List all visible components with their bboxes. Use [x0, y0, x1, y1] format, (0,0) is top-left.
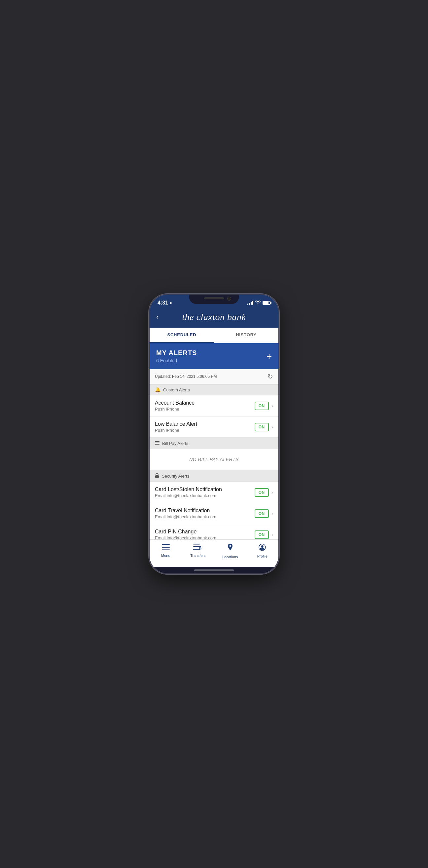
signal-bar-4 [252, 301, 253, 305]
location-arrow-icon: ➤ [170, 301, 173, 305]
svg-rect-5 [162, 544, 170, 545]
alert-sub: Email info@theclaxtonbank.com [155, 493, 222, 498]
on-badge: ON [255, 509, 269, 518]
alerts-title: MY ALERTS [156, 349, 197, 357]
alert-item-account-balance[interactable]: Account Balance Push iPhone ON › [150, 395, 278, 416]
section-header-billpay: Bill Pay Alerts [150, 438, 278, 449]
back-button[interactable]: ‹ [155, 311, 160, 323]
svg-text:$: $ [199, 546, 202, 550]
signal-bar-1 [247, 304, 248, 305]
tab-scheduled[interactable]: SCHEDULED [150, 328, 214, 343]
section-title-billpay: Bill Pay Alerts [162, 441, 188, 446]
svg-rect-4 [155, 475, 159, 478]
svg-rect-2 [155, 442, 159, 443]
svg-point-13 [261, 545, 264, 548]
main-tabs: SCHEDULED HISTORY [150, 328, 278, 343]
alerts-info: MY ALERTS 6 Enabled [156, 349, 197, 363]
signal-bars [247, 301, 253, 305]
on-badge: ON [255, 488, 269, 497]
wifi-icon [255, 300, 261, 306]
menu-icon [162, 544, 170, 552]
battery-icon [263, 301, 271, 305]
section-header-security: Security Alerts [150, 470, 278, 482]
alert-sub: Push iPhone [155, 407, 194, 411]
no-bill-pay-alerts: NO BILL PAY ALERTS [150, 449, 278, 470]
battery-fill [263, 302, 269, 304]
alert-sub: Email info@theclaxtonbank.com [155, 514, 216, 519]
tab-bar-profile[interactable]: Profile [246, 542, 279, 560]
signal-bar-3 [251, 302, 252, 305]
section-title-custom: Custom Alerts [163, 388, 190, 392]
alert-name: Low Balance Alert [155, 421, 197, 427]
alert-item-card-pin[interactable]: Card PIN Change Email info@theclaxtonban… [150, 524, 278, 539]
transfers-label: Transfers [190, 554, 206, 558]
tab-history[interactable]: HISTORY [214, 328, 278, 343]
alert-item-card-travel[interactable]: Card Travel Notification Email info@thec… [150, 503, 278, 524]
updated-text: Updated: Feb 14, 2021 5:06:05 PM [155, 374, 217, 379]
profile-icon [258, 544, 266, 553]
signal-bar-2 [249, 303, 250, 305]
screen: 4:31 ➤ [150, 294, 278, 574]
transfers-icon: $ [193, 544, 203, 552]
svg-rect-6 [162, 547, 170, 548]
profile-label: Profile [257, 554, 268, 558]
svg-rect-7 [162, 550, 170, 551]
status-time: 4:31 ➤ [157, 300, 173, 306]
chevron-right-icon: › [272, 510, 273, 517]
on-badge: ON [255, 530, 269, 539]
add-alert-button[interactable]: + [267, 352, 272, 361]
svg-rect-8 [193, 544, 200, 545]
alert-name: Card PIN Change [155, 529, 216, 535]
lock-icon [155, 473, 159, 479]
alert-name: Account Balance [155, 400, 194, 406]
phone-frame: 4:31 ➤ [150, 294, 278, 574]
bell-icon: 🔔 [155, 387, 160, 392]
locations-icon [227, 544, 233, 554]
camera [227, 297, 231, 301]
notch [189, 294, 239, 304]
svg-rect-9 [193, 546, 200, 547]
alert-item-card-lost[interactable]: Card Lost/Stolen Notification Email info… [150, 482, 278, 503]
app-title: the claxton bank [182, 312, 246, 322]
menu-label: Menu [161, 554, 171, 558]
alert-item-low-balance[interactable]: Low Balance Alert Push iPhone ON › [150, 416, 278, 438]
alert-sub: Push iPhone [155, 428, 197, 433]
alerts-count: 6 Enabled [156, 358, 197, 363]
svg-point-0 [257, 304, 258, 304]
on-badge: ON [255, 423, 269, 431]
svg-rect-3 [155, 444, 159, 444]
locations-label: Locations [222, 555, 238, 559]
tab-bar: Menu $ Transfers [150, 539, 278, 567]
chevron-right-icon: › [272, 424, 273, 430]
chevron-right-icon: › [272, 403, 273, 409]
time-display: 4:31 [157, 300, 168, 306]
refresh-button[interactable]: ↻ [268, 373, 273, 380]
alert-name: Card Lost/Stolen Notification [155, 487, 222, 492]
alert-sub: Email info@theclaxtonbank.com [155, 535, 216, 539]
alert-name: Card Travel Notification [155, 508, 216, 514]
alerts-banner: MY ALERTS 6 Enabled + [150, 343, 278, 369]
section-header-custom: 🔔 Custom Alerts [150, 384, 278, 395]
home-indicator [150, 567, 278, 574]
chevron-right-icon: › [272, 532, 273, 538]
app-header: ‹ the claxton bank [150, 309, 278, 328]
tab-bar-locations[interactable]: Locations [214, 542, 246, 560]
tab-bar-transfers[interactable]: $ Transfers [182, 542, 214, 560]
tab-bar-menu[interactable]: Menu [150, 542, 182, 560]
svg-rect-10 [193, 549, 200, 550]
updated-row: Updated: Feb 14, 2021 5:06:05 PM ↻ [150, 369, 278, 384]
on-badge: ON [255, 402, 269, 410]
chevron-right-icon: › [272, 490, 273, 495]
home-bar [194, 569, 234, 571]
section-title-security: Security Alerts [162, 474, 189, 478]
content-area: MY ALERTS 6 Enabled + Updated: Feb 14, 2… [150, 343, 278, 539]
billpay-icon [155, 441, 159, 446]
status-icons [247, 300, 271, 306]
speaker [204, 297, 224, 299]
svg-rect-1 [155, 441, 159, 442]
no-alerts-text: NO BILL PAY ALERTS [189, 457, 239, 462]
